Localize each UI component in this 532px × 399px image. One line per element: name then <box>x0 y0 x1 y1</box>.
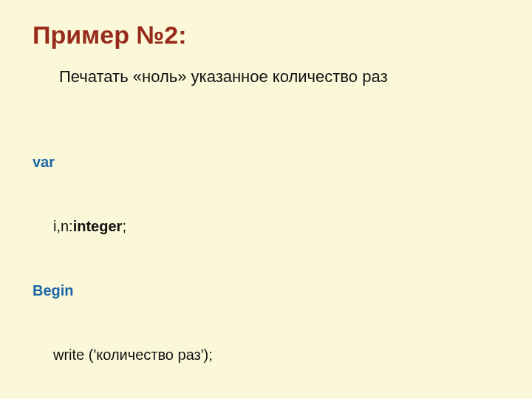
code-block: var i,n:integer; Begin write ('количеств… <box>33 109 499 399</box>
kw-begin: Begin <box>33 282 74 299</box>
slide-subtitle: Печатать «ноль» указанное количество раз <box>59 67 499 86</box>
decl-type: integer <box>73 218 123 234</box>
slide-title: Пример №2: <box>33 21 499 50</box>
decl-vars: i,n: <box>53 218 73 234</box>
code-line-write-prompt: write ('количество раз'); <box>53 344 499 366</box>
decl-semi: ; <box>122 218 126 234</box>
kw-var: var <box>33 154 55 170</box>
